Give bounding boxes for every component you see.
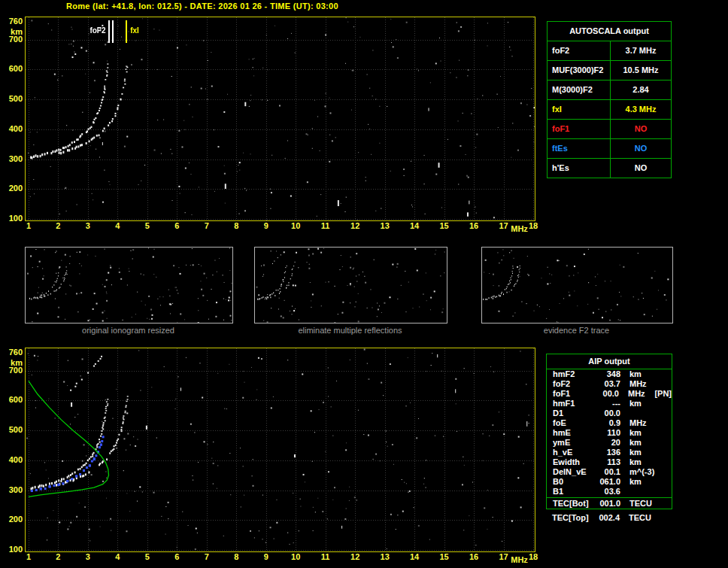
x-tick-label: 6 bbox=[169, 553, 184, 561]
autoscala-row: foF1NO bbox=[548, 120, 671, 139]
main-ionogram-canvas bbox=[26, 17, 535, 220]
x-tick-label: 7 bbox=[199, 553, 214, 561]
x-tick-label: 13 bbox=[378, 553, 393, 561]
aip-row-name: Ewidth bbox=[553, 457, 595, 467]
autoscala-row-label: MUF(3000)F2 bbox=[548, 61, 611, 80]
y-tick-label: 100 bbox=[2, 214, 23, 223]
aip-row-unit: TECU bbox=[629, 499, 649, 509]
aip-row-name: foF1 bbox=[553, 389, 594, 399]
aip-row-unit: km bbox=[629, 477, 649, 487]
thumbnail-evidence-f2 bbox=[481, 247, 673, 323]
x-tick-label: 17 bbox=[496, 553, 511, 561]
x-tick-label: 8 bbox=[229, 553, 244, 561]
aip-row-name: foF2 bbox=[553, 379, 595, 389]
y-tick-label: 700 bbox=[2, 35, 23, 44]
x-tick-label: 10 bbox=[288, 553, 303, 561]
aip-row-unit: MHz bbox=[628, 389, 647, 399]
autoscala-output-table: AUTOSCALA output foF23.7 MHzMUF(3000)F21… bbox=[547, 21, 672, 178]
x-tick-label: 9 bbox=[259, 553, 274, 561]
thumbnail-caption-evidence: evidence F2 trace bbox=[481, 326, 672, 335]
autoscala-row-label: foF1 bbox=[548, 120, 611, 138]
autoscala-row-label: M(3000)F2 bbox=[548, 80, 611, 99]
thumbnail-eliminate-reflections bbox=[254, 247, 447, 323]
y-tick-label: 400 bbox=[2, 125, 23, 133]
aip-row: D100.0 bbox=[547, 409, 672, 418]
x-tick-label: 2 bbox=[50, 222, 65, 230]
processed-ionogram-canvas bbox=[26, 348, 535, 551]
y-tick-label: 500 bbox=[2, 95, 23, 103]
aip-row-name: hmF2 bbox=[553, 369, 595, 379]
aip-row-unit: km bbox=[629, 399, 649, 409]
aip-row-unit bbox=[629, 409, 649, 418]
y-tick-label: 200 bbox=[2, 515, 23, 524]
aip-row-name: B1 bbox=[553, 487, 595, 497]
aip-row-unit: m^(-3) bbox=[629, 467, 649, 477]
aip-row-name: B0 bbox=[553, 477, 595, 487]
autoscala-row: fxI4.3 MHz bbox=[548, 100, 671, 120]
thumbnail-original-canvas bbox=[26, 248, 232, 323]
aip-row: foF203.7MHz bbox=[547, 379, 672, 389]
thumbnail-evidence-canvas bbox=[482, 248, 672, 323]
aip-row-name: hmF1 bbox=[553, 399, 595, 409]
x-tick-label: 5 bbox=[140, 222, 155, 230]
y-tick-label: 760 bbox=[2, 17, 23, 26]
aip-row-extra: [PN] bbox=[654, 389, 672, 399]
aip-row-name: TEC[Top] bbox=[552, 513, 594, 523]
autoscala-row: ftEsNO bbox=[548, 139, 671, 159]
autoscala-row-value: 4.3 MHz bbox=[611, 100, 671, 119]
x-tick-label: 18 bbox=[526, 222, 541, 230]
aip-row-unit bbox=[629, 487, 649, 497]
aip-row: hmF2348km bbox=[547, 369, 672, 379]
aip-tec-top-row-container: TEC[Top]002.4TECU bbox=[546, 513, 671, 523]
aip-row-name: hmE bbox=[553, 428, 595, 438]
x-tick-label: 11 bbox=[318, 553, 333, 561]
aip-table-header: AIP output bbox=[547, 354, 672, 369]
autoscala-row-label: ftEs bbox=[548, 139, 611, 158]
thumbnail-eliminate-canvas bbox=[255, 248, 447, 323]
y-tick-label: 100 bbox=[2, 545, 23, 554]
aip-row-unit: km bbox=[629, 369, 649, 379]
autoscala-row: foF23.7 MHz bbox=[548, 41, 671, 61]
aip-row-name: D1 bbox=[553, 409, 595, 418]
y-tick-label: 760 bbox=[2, 348, 23, 357]
aip-row-unit: MHz bbox=[629, 379, 649, 389]
aip-table-rows: hmF2348kmfoF203.7MHzfoF100.0MHz[PN]hmF1-… bbox=[547, 369, 672, 497]
autoscala-row: M(3000)F22.84 bbox=[548, 80, 671, 100]
autoscala-table-header: AUTOSCALA output bbox=[548, 22, 671, 41]
x-tick-label: 4 bbox=[110, 222, 125, 230]
x-tick-label: 13 bbox=[378, 222, 393, 230]
autoscala-row-value: 2.84 bbox=[611, 80, 671, 99]
aip-row-unit: km bbox=[629, 428, 649, 438]
thumbnail-caption-original: original ionogram resized bbox=[25, 326, 232, 335]
x-tick-label: 3 bbox=[80, 222, 96, 230]
aip-row: Ewidth113km bbox=[547, 457, 672, 467]
y-tick-label: 600 bbox=[2, 65, 23, 73]
aip-row: foE0.9MHz bbox=[547, 418, 672, 428]
autoscala-row: h'EsNO bbox=[548, 159, 671, 178]
aip-row-name: h_vE bbox=[553, 448, 595, 457]
x-tick-label: 5 bbox=[140, 553, 155, 561]
aip-row: TEC[Bot]001.0TECU bbox=[547, 499, 672, 509]
y-tick-label: 700 bbox=[2, 366, 23, 375]
aip-row: B103.6 bbox=[547, 487, 672, 497]
autoscala-row: MUF(3000)F210.5 MHz bbox=[548, 61, 671, 80]
x-tick-label: 11 bbox=[318, 222, 333, 230]
aip-row: ymE20km bbox=[547, 438, 672, 448]
aip-row: hmF1---km bbox=[547, 399, 672, 409]
aip-row-value: 348 bbox=[595, 369, 620, 379]
marker-label-foF2: foF2 bbox=[76, 27, 106, 35]
x-axis-unit: MHz bbox=[511, 556, 528, 564]
x-tick-label: 12 bbox=[347, 553, 362, 561]
x-tick-label: 1 bbox=[21, 553, 36, 561]
processed-ionogram-plot bbox=[25, 348, 535, 552]
x-tick-label: 16 bbox=[466, 553, 481, 561]
x-tick-label: 16 bbox=[466, 222, 481, 230]
x-tick-label: 17 bbox=[496, 222, 511, 230]
x-tick-label: 6 bbox=[169, 222, 184, 230]
y-tick-label: 400 bbox=[2, 456, 23, 464]
aip-row-name: ymE bbox=[553, 438, 595, 448]
autoscala-row-value: NO bbox=[611, 139, 671, 158]
x-tick-label: 9 bbox=[259, 222, 274, 230]
y-axis-unit: km bbox=[2, 359, 23, 367]
aip-row-unit: MHz bbox=[629, 418, 649, 428]
